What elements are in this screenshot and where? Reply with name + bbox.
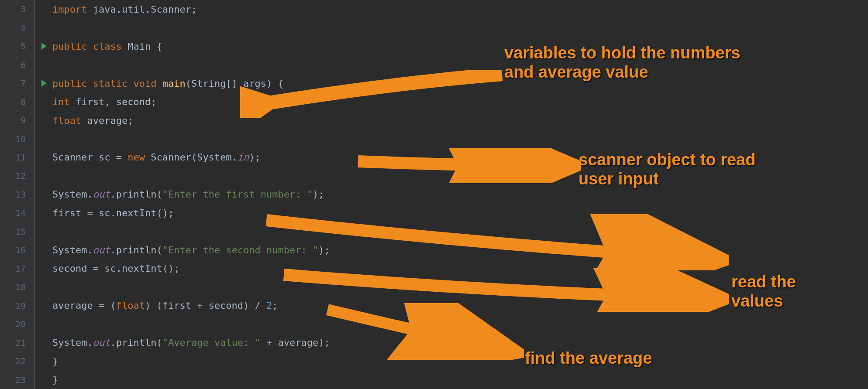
gutter: 3 4 5 6 7 8 9 10 11 12 13 14 15 16 17 18… bbox=[0, 0, 35, 389]
line-number[interactable]: 7 bbox=[0, 74, 34, 92]
line-number[interactable]: 18 bbox=[0, 278, 34, 296]
line-number[interactable]: 16 bbox=[0, 241, 34, 259]
annotation-scanner: scanner object to read user input bbox=[579, 150, 755, 188]
code-line[interactable]: } bbox=[52, 370, 868, 389]
line-number[interactable]: 12 bbox=[0, 167, 34, 185]
line-number[interactable]: 6 bbox=[0, 55, 34, 74]
annotation-variables: variables to hold the numbers and averag… bbox=[504, 44, 741, 82]
line-number[interactable]: 11 bbox=[0, 148, 34, 167]
code-line[interactable] bbox=[52, 315, 868, 333]
code-line[interactable]: first = sc.nextInt(); bbox=[52, 204, 868, 222]
line-number[interactable]: 3 bbox=[0, 0, 34, 18]
line-number[interactable]: 21 bbox=[0, 333, 34, 351]
code-line[interactable] bbox=[52, 222, 868, 241]
line-number[interactable]: 8 bbox=[0, 92, 34, 111]
line-number[interactable]: 4 bbox=[0, 18, 34, 37]
code-line[interactable]: System.out.println("Enter the second num… bbox=[52, 241, 868, 259]
code-area[interactable]: import java.util.Scanner; public class M… bbox=[35, 0, 868, 389]
code-line[interactable]: int first, second; bbox=[52, 92, 868, 111]
line-number[interactable]: 10 bbox=[0, 130, 34, 148]
line-number[interactable]: 19 bbox=[0, 297, 34, 315]
line-number[interactable]: 14 bbox=[0, 204, 34, 222]
code-line[interactable]: public static void main(String[] args) { bbox=[52, 74, 868, 92]
annotation-average: find the average bbox=[525, 349, 652, 368]
line-number[interactable]: 22 bbox=[0, 352, 34, 370]
line-number[interactable]: 5 bbox=[0, 37, 34, 55]
code-line[interactable] bbox=[52, 130, 868, 148]
line-number[interactable]: 17 bbox=[0, 259, 34, 278]
line-number[interactable]: 9 bbox=[0, 111, 34, 130]
line-number[interactable]: 13 bbox=[0, 185, 34, 204]
code-line[interactable]: import java.util.Scanner; bbox=[52, 0, 868, 18]
code-line[interactable]: } bbox=[52, 352, 868, 370]
annotation-read: read the values bbox=[731, 273, 796, 311]
code-line[interactable] bbox=[52, 18, 868, 37]
line-number[interactable]: 23 bbox=[0, 370, 34, 389]
code-line[interactable]: public class Main { bbox=[52, 37, 868, 55]
line-number[interactable]: 20 bbox=[0, 315, 34, 333]
line-number[interactable]: 15 bbox=[0, 222, 34, 241]
code-line[interactable]: float average; bbox=[52, 111, 868, 130]
code-line[interactable] bbox=[52, 55, 868, 74]
code-line[interactable]: System.out.println("Average value: " + a… bbox=[52, 333, 868, 351]
